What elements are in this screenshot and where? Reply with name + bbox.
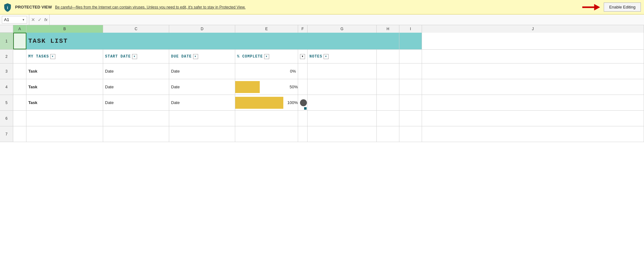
cell-J4[interactable] <box>422 79 644 95</box>
fx-icon[interactable]: fx <box>44 17 47 22</box>
cell-I6[interactable] <box>399 111 422 126</box>
cell-A4[interactable] <box>13 79 26 95</box>
cell-B1-title[interactable]: TASK LIST <box>26 33 399 49</box>
cell-C7[interactable] <box>103 126 169 142</box>
confirm-formula-icon[interactable]: ✓ <box>38 17 42 23</box>
cell-G5[interactable] <box>308 95 377 110</box>
cell-D3[interactable]: Date <box>169 63 235 79</box>
start-date-label: START DATE <box>105 54 131 59</box>
cell-I5[interactable] <box>399 95 422 110</box>
cell-I7[interactable] <box>399 126 422 142</box>
cell-E2-header[interactable]: % COMPLETE ▼ <box>235 50 298 63</box>
row-num-6[interactable]: 6 <box>0 111 13 126</box>
cell-H7[interactable] <box>377 126 399 142</box>
cell-J1[interactable] <box>422 33 644 49</box>
column-header-row: A B C D E F G H I J <box>0 25 644 33</box>
my-tasks-filter-btn[interactable]: ▼ <box>50 54 55 59</box>
cell-C2-header[interactable]: START DATE ▼ <box>103 50 169 63</box>
cell-E7[interactable] <box>235 126 298 142</box>
cell-J2[interactable] <box>422 50 644 63</box>
cell-F5[interactable] <box>298 95 308 110</box>
pct-complete-filter-btn[interactable]: ▼ <box>264 54 269 59</box>
cell-D6[interactable] <box>169 111 235 126</box>
cell-B6[interactable] <box>26 111 103 126</box>
cell-B3[interactable]: Task <box>26 63 103 79</box>
name-box-dropdown-icon[interactable]: ▼ <box>22 18 25 21</box>
col-header-E[interactable]: E <box>235 25 298 33</box>
col-header-D[interactable]: D <box>169 25 235 33</box>
cell-J3[interactable] <box>422 63 644 79</box>
row-num-4[interactable]: 4 <box>0 79 13 95</box>
cell-D5[interactable]: Date <box>169 95 235 110</box>
cell-I4[interactable] <box>399 79 422 95</box>
cell-B5[interactable]: Task <box>26 95 103 110</box>
row-num-5[interactable]: 5 <box>0 95 13 110</box>
col-header-J[interactable]: J <box>422 25 644 33</box>
cell-C4[interactable]: Date <box>103 79 169 95</box>
cell-E3-progress[interactable]: 0% <box>235 63 298 79</box>
row-num-2[interactable]: 2 <box>0 50 13 63</box>
cell-E6[interactable] <box>235 111 298 126</box>
pct-complete-filter-btn-2[interactable]: ▼ <box>300 54 305 59</box>
name-box[interactable]: A1 ▼ <box>2 16 27 24</box>
due-date-filter-btn[interactable]: ▼ <box>193 54 198 59</box>
cell-J5[interactable] <box>422 95 644 110</box>
cell-H6[interactable] <box>377 111 399 126</box>
cell-A3[interactable] <box>13 63 26 79</box>
cell-F4[interactable] <box>298 79 308 95</box>
row-num-7[interactable]: 7 <box>0 126 13 142</box>
cell-F6[interactable] <box>298 111 308 126</box>
cell-D2-header[interactable]: DUE DATE ▼ <box>169 50 235 63</box>
cell-B2-header[interactable]: MY TASKS ▼ <box>26 50 103 63</box>
cell-C5[interactable]: Date <box>103 95 169 110</box>
resize-handle[interactable] <box>304 107 307 110</box>
cell-G2-header[interactable]: NOTES ▼ <box>308 50 377 63</box>
start-date-filter-btn[interactable]: ▼ <box>132 54 137 59</box>
cell-G4[interactable] <box>308 79 377 95</box>
formula-input[interactable] <box>52 17 642 22</box>
cancel-formula-icon[interactable]: ✕ <box>31 17 35 23</box>
col-header-B[interactable]: B <box>26 25 103 33</box>
col-header-C[interactable]: C <box>103 25 169 33</box>
cell-A7[interactable] <box>13 126 26 142</box>
cell-B4[interactable]: Task <box>26 79 103 95</box>
cell-F7[interactable] <box>298 126 308 142</box>
col-header-H[interactable]: H <box>377 25 399 33</box>
cell-G3[interactable] <box>308 63 377 79</box>
enable-editing-button[interactable]: Enable Editing <box>604 3 641 12</box>
col-header-F[interactable]: F <box>298 25 308 33</box>
cell-H4[interactable] <box>377 79 399 95</box>
notes-filter-btn[interactable]: ▼ <box>324 54 329 59</box>
col-header-G[interactable]: G <box>308 25 377 33</box>
cell-A6[interactable] <box>13 111 26 126</box>
cell-A2[interactable] <box>13 50 26 63</box>
cell-F2[interactable]: ▼ <box>298 50 308 63</box>
cell-J6[interactable] <box>422 111 644 126</box>
notes-label: NOTES <box>309 54 322 59</box>
cell-C3[interactable]: Date <box>103 63 169 79</box>
cell-I1[interactable] <box>399 33 422 49</box>
cell-A5[interactable] <box>13 95 26 110</box>
cell-C6[interactable] <box>103 111 169 126</box>
cell-D4[interactable]: Date <box>169 79 235 95</box>
cell-E5-progress[interactable]: 100% <box>235 95 298 110</box>
cell-I3[interactable] <box>399 63 422 79</box>
progress-drag-handle[interactable] <box>300 99 307 106</box>
col-header-I[interactable]: I <box>399 25 422 33</box>
cell-D7[interactable] <box>169 126 235 142</box>
cell-F3[interactable] <box>298 63 308 79</box>
spreadsheet-title: TASK LIST <box>28 37 68 45</box>
cell-H5[interactable] <box>377 95 399 110</box>
row-num-3[interactable]: 3 <box>0 63 13 79</box>
cell-E4-progress[interactable]: 50% <box>235 79 298 95</box>
col-header-A[interactable]: A <box>13 25 26 33</box>
cell-J7[interactable] <box>422 126 644 142</box>
row-num-1[interactable]: 1 <box>0 33 13 49</box>
cell-B7[interactable] <box>26 126 103 142</box>
cell-G6[interactable] <box>308 111 377 126</box>
cell-A1[interactable] <box>13 33 26 49</box>
cell-H2[interactable] <box>377 50 399 63</box>
cell-G7[interactable] <box>308 126 377 142</box>
cell-H3[interactable] <box>377 63 399 79</box>
cell-I2[interactable] <box>399 50 422 63</box>
